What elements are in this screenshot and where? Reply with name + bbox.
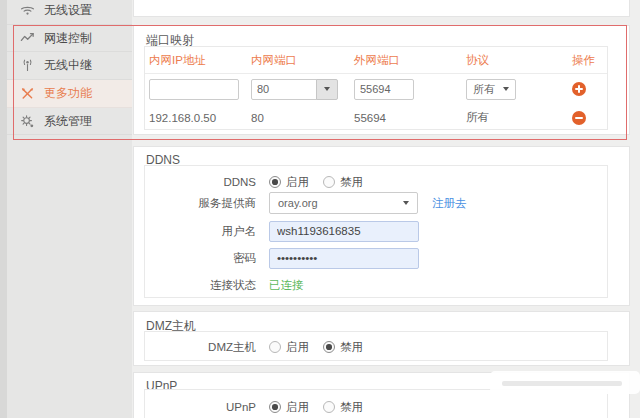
sidebar-item-more-features[interactable]: 更多功能	[7, 80, 132, 108]
sidebar-item-wireless-repeater[interactable]: 无线中继	[7, 52, 132, 80]
rule-protocol: 所有	[466, 110, 564, 125]
radio-label: 禁用	[340, 340, 363, 355]
chevron-down-icon	[324, 87, 330, 91]
ddns-disable-radio[interactable]	[323, 176, 335, 188]
previous-section-panel-bottom	[133, 0, 630, 17]
ddns-status-label: 连接状态	[145, 278, 256, 293]
ddns-enable-option: 启用	[269, 175, 309, 190]
col-header-protocol: 协议	[466, 53, 564, 68]
sidebar-item-label: 更多功能	[44, 85, 92, 102]
radio-label: 启用	[286, 400, 309, 415]
radio-label: 禁用	[340, 175, 363, 190]
lan-port-input[interactable]	[251, 79, 317, 100]
protocol-select-value: 所有	[473, 82, 495, 97]
upnp-enable-option: 启用	[269, 400, 309, 415]
upnp-disable-option: 禁用	[323, 400, 363, 415]
ddns-username-row: 用户名	[145, 220, 607, 242]
sidebar-item-label: 网速控制	[44, 30, 92, 47]
wan-port-input[interactable]	[354, 79, 414, 100]
add-rule-button[interactable]	[572, 82, 586, 96]
radio-label: 启用	[286, 175, 309, 190]
ddns-status-badge: 已连接	[269, 278, 304, 293]
ddns-provider-label: 服务提供商	[145, 196, 256, 211]
ddns-section: DDNS DDNS 启用 禁用 服务提供商	[133, 146, 630, 306]
dmz-disable-option: 禁用	[323, 340, 363, 355]
sidebar-item-system-management[interactable]: 系统管理	[7, 108, 132, 136]
port-mapping-header-row: 内网IP地址 内网端口 外网端口 协议 操作	[145, 47, 607, 74]
upnp-disable-radio[interactable]	[323, 401, 335, 413]
register-link[interactable]: 注册去	[432, 196, 467, 211]
repeater-icon	[20, 58, 35, 73]
sidebar: 无线设置 网速控制	[0, 0, 132, 418]
dmz-disable-radio[interactable]	[323, 341, 335, 353]
ddns-provider-value: oray.org	[278, 197, 318, 209]
sidebar-item-label: 系统管理	[44, 113, 92, 130]
gear-icon	[20, 114, 35, 129]
ddns-enable-radio[interactable]	[269, 176, 281, 188]
port-mapping-input-row: 所有	[145, 74, 607, 104]
lan-port-dropdown-button[interactable]	[316, 79, 338, 100]
rule-lan-ip: 192.168.0.50	[145, 112, 251, 124]
sidebar-edge-strip	[0, 0, 7, 418]
watermark	[490, 371, 640, 394]
ddns-disable-option: 禁用	[323, 175, 363, 190]
sidebar-item-wireless-settings[interactable]: 无线设置	[7, 0, 132, 25]
rule-wan-port: 55694	[354, 112, 466, 124]
lan-port-combo	[251, 79, 354, 100]
sidebar-menu: 无线设置 网速控制	[7, 0, 132, 135]
dmz-section: DMZ主机 DMZ主机 启用 禁用	[133, 311, 630, 366]
ddns-provider-select[interactable]: oray.org	[269, 192, 418, 214]
sidebar-item-label: 无线中继	[44, 57, 92, 74]
upnp-label: UPnP	[145, 401, 256, 413]
port-mapping-section: 端口映射 内网IP地址 内网端口 外网端口 协议 操作	[133, 25, 630, 135]
upnp-enable-radio[interactable]	[269, 401, 281, 413]
dmz-label: DMZ主机	[145, 340, 256, 355]
col-header-lan-port: 内网端口	[251, 53, 354, 68]
ddns-password-input[interactable]	[269, 248, 419, 269]
dmz-enable-row: DMZ主机 启用 禁用	[145, 336, 607, 358]
dmz-enable-radio[interactable]	[269, 341, 281, 353]
wifi-icon	[20, 3, 35, 18]
rule-lan-port: 80	[251, 112, 354, 124]
speed-chart-icon	[20, 31, 35, 46]
lan-ip-input[interactable]	[149, 79, 239, 100]
router-admin-page: 无线设置 网速控制	[0, 0, 640, 418]
port-mapping-table: 内网IP地址 内网端口 外网端口 协议 操作	[144, 46, 608, 130]
radio-label: 启用	[286, 340, 309, 355]
ddns-form: DDNS 启用 禁用 服务提供商 oray.org	[144, 165, 608, 298]
col-header-lan-ip: 内网IP地址	[145, 53, 251, 68]
ddns-password-label: 密码	[145, 251, 256, 266]
sidebar-item-speed-control[interactable]: 网速控制	[7, 25, 132, 53]
dmz-form: DMZ主机 启用 禁用	[144, 331, 608, 361]
ddns-username-label: 用户名	[145, 224, 256, 239]
chevron-down-icon	[403, 201, 409, 205]
chevron-down-icon	[503, 87, 509, 91]
ddns-username-input[interactable]	[269, 221, 419, 242]
radio-label: 禁用	[340, 400, 363, 415]
protocol-select[interactable]: 所有	[466, 79, 516, 100]
ddns-password-row: 密码	[145, 247, 607, 269]
ddns-enable-row: DDNS 启用 禁用	[145, 171, 607, 193]
sidebar-item-label: 无线设置	[44, 2, 92, 19]
upnp-enable-row: UPnP 启用 禁用	[145, 396, 607, 418]
ddns-status-row: 连接状态 已连接	[145, 274, 607, 296]
port-mapping-rule-row: 192.168.0.50 80 55694 所有	[145, 104, 607, 131]
ddns-provider-row: 服务提供商 oray.org 注册去	[145, 192, 607, 214]
col-header-action: 操作	[564, 53, 607, 68]
tools-icon	[20, 86, 35, 101]
col-header-wan-port: 外网端口	[354, 53, 466, 68]
ddns-enable-label: DDNS	[145, 176, 256, 188]
dmz-enable-option: 启用	[269, 340, 309, 355]
remove-rule-button[interactable]	[572, 111, 586, 125]
